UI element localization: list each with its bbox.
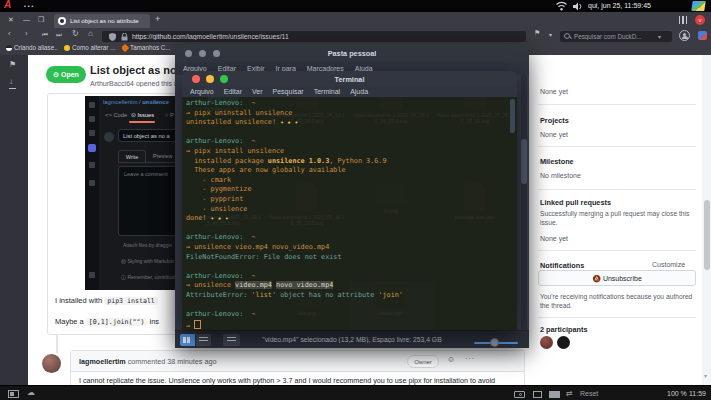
- url-bar[interactable]: https://github.com/lagmoellertim/unsilen…: [102, 31, 526, 42]
- camera-icon[interactable]: [514, 391, 525, 398]
- page-scrollbar-thumb[interactable]: [704, 200, 710, 270]
- sidebar-bookmark-icon[interactable]: ⚑: [9, 60, 16, 69]
- screenshot-sidebar: [85, 96, 99, 290]
- inline-code: [0,1].join(""): [86, 318, 148, 326]
- terminal-scrollbar-thumb[interactable]: [510, 99, 515, 133]
- back-icon[interactable]: ‹: [8, 29, 11, 38]
- window-minimize-button[interactable]: —: [23, 16, 30, 23]
- menu-item[interactable]: Ajuda: [350, 88, 368, 95]
- previous-tab-icon[interactable]: ⏮: [42, 31, 48, 39]
- reload-icon[interactable]: ↻: [72, 29, 79, 38]
- reset-label[interactable]: Reset: [580, 390, 598, 397]
- forward-icon[interactable]: ›: [25, 29, 28, 38]
- sidebar-milestone-label[interactable]: Milestone: [540, 157, 574, 166]
- tab-title: List object as no attribute: [70, 17, 142, 24]
- shield-icon[interactable]: [109, 33, 116, 41]
- lock-icon: [121, 33, 128, 41]
- customize-link[interactable]: Customize: [652, 261, 685, 268]
- window-close-button[interactable]: ✕: [8, 16, 14, 24]
- file-manager-scrollbar[interactable]: [521, 75, 527, 330]
- projects-value: None yet: [540, 131, 568, 138]
- comment-meta: lagmoellertim commented 38 minutes ago: [79, 357, 399, 366]
- linked-pr-value: None yet: [540, 235, 568, 242]
- notifications-note: You're receiving notifications because y…: [540, 292, 698, 310]
- search-placeholder: Pesquisar com DuckD...: [574, 33, 658, 40]
- menu-item[interactable]: Arquivo: [190, 88, 214, 95]
- search-icon: [564, 33, 570, 39]
- browser-tab[interactable]: List object as no attribute: [54, 14, 150, 28]
- terminal-output[interactable]: arthur-Lenovo: ~→ pipx uninstall unsilen…: [182, 97, 517, 330]
- transfer-icon[interactable]: ⇄: [566, 389, 573, 398]
- distro-logo-icon[interactable]: A: [4, 0, 11, 10]
- bookmark-item[interactable]: Criando aliase...: [6, 44, 58, 54]
- terminal-window: Terminal Arquivo Editar Ver Pesquisar Te…: [182, 71, 517, 330]
- issue-state-badge: ⊙ Open: [46, 66, 86, 83]
- wifi-icon[interactable]: [556, 1, 567, 11]
- terminal-title: Terminal: [182, 75, 517, 84]
- linked-pr-description: Successfully merging a pull request may …: [540, 209, 698, 227]
- screenshot-markdown-hint: Ⓜ Styling with Markdow: [121, 258, 174, 264]
- tray-indicator-icon[interactable]: [691, 1, 705, 11]
- file-manager-status-bar: "video.mp4" selecionado (13,2 MB), Espaç…: [175, 330, 529, 348]
- lightbulb-icon: [64, 45, 70, 51]
- menu-item[interactable]: Ver: [252, 88, 263, 95]
- comment-body: I cannot replicate the issue. Unsilence …: [79, 376, 519, 385]
- menu-item[interactable]: Pesquisar: [273, 88, 304, 95]
- extension-icon[interactable]: [698, 31, 707, 40]
- bookmark-item[interactable]: Tamanhos C...: [122, 44, 174, 54]
- emoji-reaction-icon[interactable]: ☺: [447, 355, 455, 364]
- comment-header: lagmoellertim commented 38 minutes ago O…: [71, 351, 524, 372]
- bottom-taskbar: ☁ ⇄ Reset 100 % 11:59: [0, 385, 711, 400]
- file-manager-scrollbar-thumb[interactable]: [521, 139, 527, 184]
- search-engine-caret-icon[interactable]: ▾: [658, 33, 661, 40]
- library-icon[interactable]: [679, 16, 687, 24]
- comment-author-avatar[interactable]: [42, 354, 61, 373]
- browser-side-strip: ⚑ ↓: [0, 55, 29, 385]
- taskbar-app-icon[interactable]: [8, 390, 19, 398]
- kebab-menu-icon[interactable]: ···: [465, 355, 475, 362]
- panel-clock[interactable]: qui, jun 25, 11:59:45: [588, 2, 651, 9]
- screenshot-tab-underline: [129, 121, 155, 123]
- home-icon[interactable]: ⌂: [88, 29, 93, 38]
- window-maximize-button[interactable]: ❒: [38, 16, 44, 24]
- bookmark-item[interactable]: Como alterar ...: [64, 44, 116, 54]
- panel-menu-dots-icon[interactable]: •••: [24, 3, 35, 9]
- participant-avatar[interactable]: [557, 336, 570, 349]
- screenshot-avatar: [104, 132, 114, 142]
- download-icon[interactable]: ↓: [9, 77, 13, 86]
- penguin-icon: [6, 45, 12, 51]
- taskbar-clock: 11:59: [689, 390, 706, 397]
- file-manager-title-bar[interactable]: Pasta pessoal: [175, 44, 529, 63]
- unsubscribe-button[interactable]: 🔕 Unsubscribe: [538, 270, 696, 286]
- participant-avatar[interactable]: [540, 336, 553, 349]
- profile-icon[interactable]: [679, 30, 690, 41]
- bookmark-flag-icon[interactable]: ⚑: [534, 29, 540, 37]
- zoom-slider-handle[interactable]: [490, 338, 499, 347]
- screenshot-attach-hint: Attach files by draggin: [123, 242, 172, 248]
- menu-item[interactable]: Editar: [224, 88, 242, 95]
- volume-icon[interactable]: [573, 2, 583, 11]
- file-manager-title: Pasta pessoal: [175, 49, 529, 58]
- notifications-label: Notifications: [540, 261, 584, 270]
- browser-badge-icon[interactable]: v: [695, 15, 705, 25]
- search-input[interactable]: Pesquisar com DuckD... ▾: [560, 31, 672, 42]
- new-tab-button[interactable]: +: [155, 14, 160, 24]
- cloud-icon[interactable]: ☁: [27, 388, 35, 397]
- screenshot-highlighted-icon: [88, 144, 96, 152]
- scrollbar-down-arrow-icon[interactable]: ▾: [704, 372, 707, 379]
- sidebar-projects-label[interactable]: Projects: [540, 116, 569, 125]
- picture-icon[interactable]: [549, 391, 560, 398]
- terminal-menu-bar: Arquivo Editar Ver Pesquisar Terminal Aj…: [182, 86, 517, 97]
- next-tab-icon[interactable]: ⏭: [56, 31, 62, 39]
- terminal-title-bar[interactable]: Terminal: [182, 71, 517, 87]
- desktop: ✕ — ❒ List object as no attribute + v ‹ …: [0, 0, 711, 400]
- desktop-top-bar: A ••• qui, jun 25, 11:59:45: [0, 0, 711, 12]
- browser-nav-bar: ‹ › ⏮ ⏭ ↻ ⌂ https://github.com/lagmoelle…: [0, 28, 711, 43]
- bookmark-caret-icon[interactable]: ▾: [549, 31, 552, 38]
- screenshot-remember-hint: ⓘ Remember, contributio: [121, 274, 178, 280]
- github-favicon-icon: [58, 17, 66, 25]
- menu-item[interactable]: Terminal: [314, 88, 340, 95]
- zoom-level: 100 %: [667, 390, 687, 397]
- window-capture-icon[interactable]: [533, 391, 542, 398]
- owner-badge: Owner: [407, 355, 439, 368]
